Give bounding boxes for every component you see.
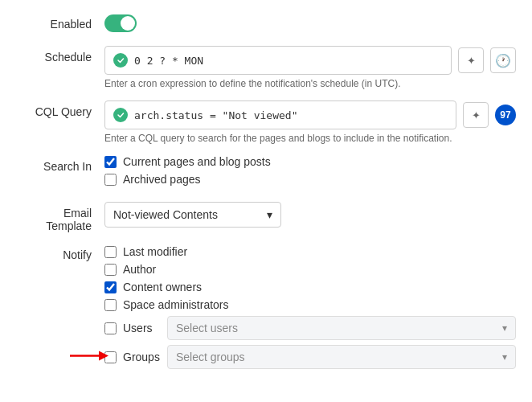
schedule-content: 0 2 ? * MON ✦ 🕐 Enter a cron expression … — [104, 46, 516, 89]
notify-last-modifier-label: Last modifier — [123, 245, 187, 258]
enabled-toggle[interactable] — [104, 14, 137, 32]
notify-users-row: Users Select users ▾ — [104, 316, 516, 340]
notify-content-owners-checkbox[interactable] — [104, 281, 117, 293]
notify-users-placeholder: Select users — [176, 322, 238, 334]
search-in-option1-checkbox[interactable] — [104, 156, 117, 168]
schedule-input-wrapper: 0 2 ? * MON ✦ 🕐 — [104, 46, 516, 75]
search-in-option2-label: Archived pages — [123, 173, 201, 186]
email-template-content: Not-viewed Contents ▾ — [104, 202, 516, 228]
notify-users-dropdown[interactable]: Select users ▾ — [167, 316, 516, 340]
search-in-row: Search In Current pages and blog posts A… — [16, 155, 516, 191]
schedule-hint: Enter a cron expression to define the no… — [104, 78, 516, 89]
enabled-label: Enabled — [16, 13, 104, 31]
search-in-option2-row: Archived pages — [104, 173, 516, 186]
cql-input-field[interactable]: arch.status = "Not viewed" — [104, 100, 456, 129]
schedule-settings-icon: ✦ — [467, 55, 476, 67]
cql-check-icon — [113, 108, 128, 122]
notify-option3-row: Content owners — [104, 281, 516, 293]
cql-value: arch.status = "Not viewed" — [134, 109, 298, 121]
notify-last-modifier-checkbox[interactable] — [104, 246, 117, 258]
notify-row: Notify Last modifier Author Content owne… — [16, 244, 516, 374]
toggle-knob — [121, 16, 135, 31]
schedule-check-icon — [113, 53, 128, 68]
cql-input-wrapper: arch.status = "Not viewed" ✦ 97 — [104, 100, 516, 129]
cql-hint: Enter a CQL query to search for the page… — [104, 133, 516, 144]
enabled-content — [104, 13, 516, 35]
cql-settings-button[interactable]: ✦ — [463, 102, 489, 128]
notify-author-label: Author — [123, 263, 156, 276]
notify-space-admins-checkbox[interactable] — [104, 299, 117, 311]
notify-option4-row: Space administrators — [104, 298, 516, 311]
notify-users-label: Users — [123, 322, 167, 334]
svg-marker-1 — [99, 351, 108, 361]
notify-option1-row: Last modifier — [104, 245, 516, 258]
search-in-option2-checkbox[interactable] — [104, 174, 117, 186]
cql-settings-icon: ✦ — [472, 109, 481, 121]
notify-groups-row: Groups Select groups ▾ — [104, 345, 516, 369]
notify-option2-row: Author — [104, 263, 516, 276]
search-in-label: Search In — [16, 155, 104, 173]
cql-row: CQL Query arch.status = "Not viewed" ✦ 9… — [16, 100, 516, 144]
schedule-clock-button[interactable]: 🕐 — [490, 47, 516, 73]
notify-groups-label: Groups — [123, 351, 167, 363]
notify-groups-dropdown[interactable]: Select groups ▾ — [167, 345, 516, 369]
notify-groups-dropdown-arrow: ▾ — [502, 351, 507, 363]
email-template-dropdown-arrow: ▾ — [267, 208, 272, 221]
email-template-row: Email Template Not-viewed Contents ▾ — [16, 202, 516, 232]
schedule-settings-button[interactable]: ✦ — [458, 47, 484, 73]
notify-content: Last modifier Author Content owners Spac… — [104, 244, 516, 374]
email-template-label: Email Template — [16, 202, 104, 232]
cql-label: CQL Query — [16, 100, 104, 118]
notify-label: Notify — [16, 244, 104, 261]
enabled-row: Enabled — [16, 13, 516, 35]
search-in-option1-row: Current pages and blog posts — [104, 155, 516, 168]
notify-groups-placeholder: Select groups — [176, 351, 245, 363]
notify-space-admins-label: Space administrators — [123, 298, 229, 311]
notify-author-checkbox[interactable] — [104, 264, 117, 276]
schedule-input-field[interactable]: 0 2 ? * MON — [104, 46, 452, 75]
email-template-value: Not-viewed Contents — [113, 208, 218, 221]
cql-badge: 97 — [495, 105, 516, 125]
search-in-content: Current pages and blog posts Archived pa… — [104, 155, 516, 191]
schedule-row: Schedule 0 2 ? * MON ✦ 🕐 Enter a cron ex… — [16, 46, 516, 89]
email-template-dropdown[interactable]: Not-viewed Contents ▾ — [104, 202, 281, 228]
notify-users-dropdown-arrow: ▾ — [502, 322, 507, 334]
search-in-option1-label: Current pages and blog posts — [123, 155, 271, 168]
schedule-clock-icon: 🕐 — [495, 53, 511, 68]
schedule-value: 0 2 ? * MON — [134, 55, 203, 67]
notify-users-checkbox[interactable] — [104, 322, 117, 334]
schedule-label: Schedule — [16, 46, 104, 64]
red-arrow-indicator — [68, 348, 108, 367]
notify-content-owners-label: Content owners — [123, 281, 202, 293]
cql-content: arch.status = "Not viewed" ✦ 97 Enter a … — [104, 100, 516, 144]
